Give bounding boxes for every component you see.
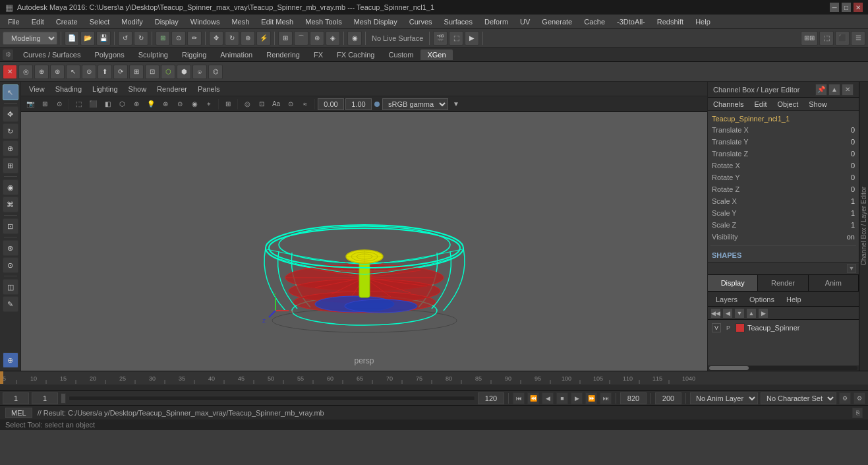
rotate-tool-button[interactable]: ↻ [225,31,239,46]
menu-file[interactable]: File [3,16,25,27]
shelf-settings-button[interactable]: ⚙ [3,49,13,60]
workspace-select[interactable]: Modeling [3,32,57,45]
lasso-tool-button[interactable]: ⊙ [171,31,186,46]
close-button[interactable]: ✕ [854,3,863,12]
playback-end-frame-right[interactable] [620,392,647,404]
layers-menu[interactable]: Layers [713,294,740,305]
timeline-slider-thumb[interactable] [61,393,66,404]
attr-value-translate-z[interactable]: 0 [815,150,855,158]
smooth-btn[interactable]: ⬛ [86,98,100,110]
snap-curve-button[interactable]: ⌒ [294,31,308,46]
lights-btn[interactable]: 💡 [144,98,158,110]
shelf-item-5[interactable]: ↖ [66,65,80,79]
shelf-item-7[interactable]: ⬆ [98,65,112,79]
channel-box-object-name[interactable]: Teacup_Spinner_ncl1_1 [710,113,856,124]
move-tool-left[interactable]: ✥ [3,106,18,122]
shelf-item-14[interactable]: ⌬ [208,65,223,79]
manip-btn[interactable]: ⌖ [202,98,216,110]
channel-box-close-btn[interactable]: ✕ [842,84,854,96]
menu-surfaces[interactable]: Surfaces [439,16,478,27]
snap-surface-left[interactable]: ⊙ [3,257,18,273]
measure-left[interactable]: ◫ [3,279,18,295]
scale-tool-button[interactable]: ⊕ [241,31,255,46]
shaded-btn[interactable]: ◧ [101,98,114,110]
render-button[interactable]: 🎬 [433,31,448,46]
maximize-button[interactable]: □ [842,3,851,12]
grid-btn[interactable]: ⊞ [221,98,235,110]
soft-mod-left[interactable]: ◉ [3,179,18,195]
shelf-item-2[interactable]: ◎ [18,65,33,79]
channel-scroll-down[interactable]: ▼ [847,264,856,273]
wireframe-btn[interactable]: ⬚ [72,98,85,110]
coord-icon-left[interactable]: ⊕ [3,352,18,368]
timeline-start-frame[interactable] [3,392,29,404]
attr-value-rotate-z[interactable]: 0 [815,185,855,193]
attr-value-visibility[interactable]: on [815,233,855,241]
shelf-tab-rigging[interactable]: Rigging [175,49,213,60]
layer-p-indicator[interactable]: P [724,323,733,332]
cb-menu-object[interactable]: Object [774,99,801,109]
shelf-tab-xgen[interactable]: XGen [420,49,452,60]
dof-btn[interactable]: ⊙ [284,98,297,110]
menu-create[interactable]: Create [51,16,83,27]
layer-row-teacup[interactable]: V P Teacup_Spinner [709,321,857,334]
snap-view-button[interactable]: ◈ [326,31,340,46]
script-copy-btn[interactable]: ⎘ [852,408,863,418]
exposure-input[interactable] [318,98,344,110]
timeline-ruler[interactable]: 5 10 15 20 25 30 35 40 45 50 55 60 65 70… [0,371,868,385]
paint-tool-button[interactable]: ✏ [187,31,202,46]
gimbal-btn[interactable]: ◎ [241,98,254,110]
layer-nav-right[interactable]: ▶ [758,308,768,319]
cb-menu-show[interactable]: Show [806,99,830,109]
attr-value-scale-x[interactable]: 1 [815,197,855,205]
gamma-select[interactable]: sRGB gamma [382,98,448,110]
timeline-end-frame[interactable] [478,392,504,404]
vp-menu-lighting[interactable]: Lighting [90,84,121,94]
options-menu[interactable]: Options [747,294,777,305]
shelf-tab-rendering[interactable]: Rendering [260,49,306,60]
isolate-btn[interactable]: ⊙ [53,98,66,110]
cb-menu-channels[interactable]: Channels [710,99,746,109]
layout2-button[interactable]: ⬛ [835,31,850,46]
layout-button[interactable]: ⬚ [819,31,834,46]
shelf-tab-curves-surfaces[interactable]: Curves / Surfaces [16,49,87,60]
shade-options-btn[interactable]: ⊕ [130,98,143,110]
playback-back[interactable]: ◀ [542,392,554,404]
menu-3dtall[interactable]: -3DtoAll- [612,16,651,27]
layer-nav-down[interactable]: ▼ [734,308,745,319]
layer-vis-indicator[interactable]: V [712,323,721,332]
menu-edit[interactable]: Edit [26,16,49,27]
char-settings-btn[interactable]: ⚙ [854,392,865,404]
menu-curves[interactable]: Curves [404,16,438,27]
attr-value-scale-y[interactable]: 1 [815,209,855,217]
scale-tool-left[interactable]: ⊕ [3,140,18,156]
camera-persp-btn[interactable]: 📷 [24,98,37,110]
playback-step-forward[interactable]: ⏩ [585,392,597,404]
playback-step-back[interactable]: ⏪ [527,392,539,404]
menu-cache[interactable]: Cache [579,16,610,27]
shelf-item-4[interactable]: ⊛ [50,65,65,79]
shadow-btn[interactable]: ⊛ [159,98,172,110]
shelf-tab-polygons[interactable]: Polygons [88,49,130,60]
attribute-editor-label[interactable]: Channel Box / Layer Editor [860,187,867,266]
shelf-item-3[interactable]: ⊕ [34,65,49,79]
render-region-button[interactable]: ⬚ [449,31,463,46]
camera-ortho-btn[interactable]: ⊞ [38,98,51,110]
gamma-input[interactable] [345,98,372,110]
motion-blur-btn[interactable]: ≈ [299,98,312,110]
snap-point-button[interactable]: ⊛ [310,31,324,46]
attr-value-rotate-x[interactable]: 0 [815,162,855,170]
menu-mesh-tools[interactable]: Mesh Tools [300,16,347,27]
playback-skip-end[interactable]: ⏭ [600,392,612,404]
playback-skip-start[interactable]: ⏮ [513,392,525,404]
menu-display[interactable]: Display [150,16,184,27]
last-tool-button[interactable]: ⚡ [256,31,271,46]
heads-up-btn[interactable]: ⊡ [255,98,268,110]
layer-nav-left-1[interactable]: ◀◀ [710,308,721,319]
vp-menu-renderer[interactable]: Renderer [154,84,190,94]
rotate-tool-left[interactable]: ↻ [3,123,18,139]
layer-nav-left-2[interactable]: ◀ [722,308,733,319]
shelf-item-10[interactable]: ⊡ [145,65,159,79]
anim-layer-select[interactable]: No Anim Layer [690,392,758,404]
menu-mesh[interactable]: Mesh [226,16,254,27]
